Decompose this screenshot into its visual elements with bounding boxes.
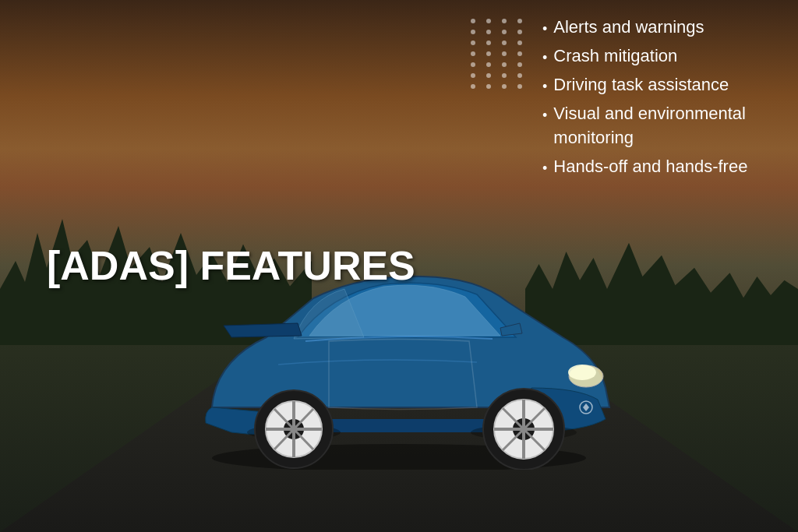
- feature-item-crash: •Crash mitigation: [542, 44, 751, 69]
- dot-decoration: [486, 30, 491, 34]
- dot-decoration: [471, 84, 475, 89]
- dot-decoration: [502, 51, 507, 56]
- dot-decoration: [471, 62, 475, 67]
- dot-decoration: [517, 19, 522, 23]
- slide-container: [ADAS] FEATURES •Alerts and warnings•Cra…: [0, 0, 798, 532]
- dot-decoration: [471, 30, 475, 34]
- feature-text-hands: Hands-off and hands-free: [553, 155, 747, 179]
- bullet-point: •: [542, 158, 547, 179]
- page-title: [ADAS] FEATURES: [47, 244, 415, 288]
- bullet-point: •: [542, 76, 547, 97]
- feature-text-visual: Visual and environmental monitoring: [553, 102, 751, 150]
- dot-decoration: [502, 19, 507, 23]
- dot-decoration: [486, 41, 491, 45]
- dot-decoration: [502, 62, 507, 67]
- bullet-point: •: [542, 105, 547, 126]
- feature-item-driving: •Driving task assistance: [542, 73, 751, 97]
- dot-decoration: [486, 84, 491, 89]
- dot-decoration: [517, 62, 522, 67]
- bullet-point: •: [542, 19, 547, 40]
- dot-decoration: [471, 73, 475, 78]
- feature-list: •Alerts and warnings•Crash mitigation•Dr…: [542, 16, 751, 184]
- dot-decoration: [471, 51, 475, 56]
- dot-decoration: [486, 51, 491, 56]
- dot-decoration: [517, 84, 522, 89]
- dot-decoration: [502, 41, 507, 45]
- right-content: •Alerts and warnings•Crash mitigation•Dr…: [471, 16, 751, 184]
- feature-text-crash: Crash mitigation: [553, 44, 677, 69]
- dot-decoration: [517, 41, 522, 45]
- dot-decoration: [486, 62, 491, 67]
- dot-decoration: [517, 73, 522, 78]
- left-content: [ADAS] FEATURES: [47, 244, 415, 288]
- dot-decoration: [517, 30, 522, 34]
- feature-item-alerts: •Alerts and warnings: [542, 16, 751, 40]
- dot-decoration: [502, 73, 507, 78]
- feature-item-visual: •Visual and environmental monitoring: [542, 102, 751, 150]
- svg-point-20: [568, 365, 596, 380]
- feature-text-driving: Driving task assistance: [553, 73, 729, 97]
- feature-text-alerts: Alerts and warnings: [553, 16, 704, 40]
- dot-decoration: [502, 84, 507, 89]
- dot-decoration: [471, 41, 475, 45]
- dot-decoration: [471, 19, 475, 23]
- dot-grid-decoration: [471, 16, 527, 89]
- dot-decoration: [517, 51, 522, 56]
- feature-item-hands: •Hands-off and hands-free: [542, 155, 751, 179]
- bullet-point: •: [542, 48, 547, 69]
- dot-decoration: [486, 19, 491, 23]
- dot-decoration: [502, 30, 507, 34]
- dot-decoration: [486, 73, 491, 78]
